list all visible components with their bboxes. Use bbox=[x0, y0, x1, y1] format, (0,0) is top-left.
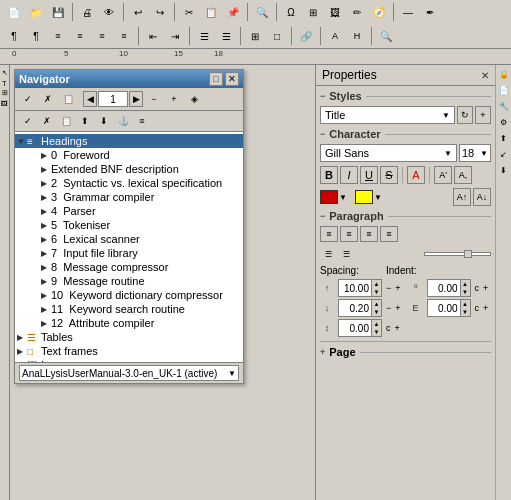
nav-item-7[interactable]: ▶ 7 Input file library bbox=[15, 246, 243, 260]
list-ordered-btn[interactable]: ☰ bbox=[338, 246, 354, 262]
font-color-arrow[interactable]: ▼ bbox=[339, 193, 347, 202]
nav-check-btn[interactable]: ✓ bbox=[19, 90, 37, 108]
text-tool[interactable]: T bbox=[1, 79, 9, 87]
align-left-btn[interactable]: ≡ bbox=[320, 226, 338, 242]
open-btn[interactable]: 📁 bbox=[26, 2, 46, 22]
insert-table-btn[interactable]: ⊞ bbox=[303, 2, 323, 22]
nav-item-9[interactable]: ▶ 9 Message routine bbox=[15, 274, 243, 288]
table-tb[interactable]: ⊞ bbox=[245, 26, 265, 46]
border-tb[interactable]: □ bbox=[267, 26, 287, 46]
indent-inc-tb[interactable]: ⇥ bbox=[165, 26, 185, 46]
spacing-below-inc[interactable]: ▲ bbox=[372, 300, 381, 308]
font-color-btn[interactable]: A bbox=[407, 166, 425, 184]
nav-plus-btn[interactable]: + bbox=[165, 90, 183, 108]
save-btn[interactable]: 💾 bbox=[48, 2, 68, 22]
nav-item-3[interactable]: ▶ 3 Grammar compiler bbox=[15, 190, 243, 204]
subscript-btn[interactable]: A, bbox=[454, 166, 472, 184]
align-right-tb[interactable]: ≡ bbox=[92, 26, 112, 46]
right-icon-up[interactable]: ⬆ bbox=[497, 131, 511, 145]
para-btn[interactable]: ¶ bbox=[26, 26, 46, 46]
nav-item-foreword[interactable]: ▶ 0 Foreword bbox=[15, 148, 243, 162]
link-tb[interactable]: 🔗 bbox=[296, 26, 316, 46]
nav-page-prev[interactable]: ◀ bbox=[83, 91, 97, 107]
nav-item-headings[interactable]: ▼ ≡ Headings bbox=[15, 134, 243, 148]
nav-item-6[interactable]: ▶ 6 Lexical scanner bbox=[15, 232, 243, 246]
undo-btn[interactable]: ↩ bbox=[128, 2, 148, 22]
align-center-btn[interactable]: ≡ bbox=[340, 226, 358, 242]
special-char-btn[interactable]: Ω bbox=[281, 2, 301, 22]
style-btn[interactable]: ¶ bbox=[4, 26, 24, 46]
nav-item-2[interactable]: ▶ 2 Syntactic vs. lexical specification bbox=[15, 176, 243, 190]
nav-minus-btn[interactable]: − bbox=[145, 90, 163, 108]
copy-btn[interactable]: 📋 bbox=[201, 2, 221, 22]
right-icon-tool[interactable]: 🔧 bbox=[497, 99, 511, 113]
strikethrough-btn[interactable]: S bbox=[380, 166, 398, 184]
bold-btn[interactable]: B bbox=[320, 166, 338, 184]
line-spacing-dec[interactable]: ▼ bbox=[372, 328, 381, 336]
indent-above-dec[interactable]: ▼ bbox=[461, 288, 470, 296]
right-icon-doc[interactable]: 📄 bbox=[497, 83, 511, 97]
select-tool[interactable]: ↖ bbox=[1, 69, 9, 77]
list-ordered-tb[interactable]: ☰ bbox=[216, 26, 236, 46]
nav-item-images[interactable]: ▶ 🖼 Images bbox=[15, 358, 243, 362]
indent-slider-track[interactable] bbox=[424, 252, 492, 256]
preview-btn[interactable]: 👁 bbox=[99, 2, 119, 22]
align-center-tb[interactable]: ≡ bbox=[70, 26, 90, 46]
right-icon-down[interactable]: ⬇ bbox=[497, 163, 511, 177]
font-dropdown[interactable]: Gill Sans ▼ bbox=[320, 144, 457, 162]
spacing-below-dec[interactable]: ▼ bbox=[372, 308, 381, 316]
indent-above-input[interactable] bbox=[428, 280, 460, 296]
nav-item-4[interactable]: ▶ 4 Parser bbox=[15, 204, 243, 218]
align-right-btn[interactable]: ≡ bbox=[360, 226, 378, 242]
indent-below-inc[interactable]: ▲ bbox=[461, 300, 470, 308]
right-icon-lock[interactable]: 🔒 bbox=[497, 67, 511, 81]
cut-btn[interactable]: ✂ bbox=[179, 2, 199, 22]
page-expand-icon[interactable]: + bbox=[320, 347, 325, 357]
paste-btn[interactable]: 📌 bbox=[223, 2, 243, 22]
indent-below-input[interactable] bbox=[428, 300, 460, 316]
underline-btn[interactable]: U bbox=[360, 166, 378, 184]
footer-doc-dropdown[interactable]: AnaLLysisUserManual-3.0-en_UK-1 (active)… bbox=[19, 365, 239, 381]
nav-heading-levels[interactable]: 📋 bbox=[57, 112, 75, 130]
align-left-tb[interactable]: ≡ bbox=[48, 26, 68, 46]
superscript-btn[interactable]: A' bbox=[434, 166, 452, 184]
nav-x-btn[interactable]: ✗ bbox=[39, 90, 57, 108]
pen-btn[interactable]: ✒ bbox=[420, 2, 440, 22]
style-new-btn[interactable]: ↻ bbox=[457, 106, 473, 124]
redo-btn[interactable]: ↪ bbox=[150, 2, 170, 22]
right-icon-corner[interactable]: ↙ bbox=[497, 147, 511, 161]
format-btn[interactable]: — bbox=[398, 2, 418, 22]
indent-dec-tb[interactable]: ⇤ bbox=[143, 26, 163, 46]
nav-item-textframes[interactable]: ▶ □ Text frames bbox=[15, 344, 243, 358]
nav-page-btn[interactable]: 📋 bbox=[59, 90, 77, 108]
indent-slider-thumb[interactable] bbox=[464, 250, 472, 258]
image-tool[interactable]: 🖼 bbox=[1, 99, 9, 107]
italic-btn[interactable]: I bbox=[340, 166, 358, 184]
style-update-btn[interactable]: + bbox=[475, 106, 491, 124]
highlight-tb[interactable]: H bbox=[347, 26, 367, 46]
print-btn[interactable]: 🖨 bbox=[77, 2, 97, 22]
align-justify-btn[interactable]: ≡ bbox=[380, 226, 398, 242]
spacing-above-dec[interactable]: ▼ bbox=[372, 288, 381, 296]
table-tool[interactable]: ⊞ bbox=[1, 89, 9, 97]
highlight-color-arrow[interactable]: ▼ bbox=[374, 193, 382, 202]
spacing-above-input[interactable] bbox=[339, 280, 371, 296]
nav-move-down[interactable]: ⬇ bbox=[95, 112, 113, 130]
navigator-resize-btn[interactable]: □ bbox=[209, 72, 223, 86]
font-color-picker[interactable]: ▼ bbox=[320, 190, 347, 204]
nav-collapse-all[interactable]: ✗ bbox=[38, 112, 56, 130]
spacing-below-input[interactable] bbox=[339, 300, 371, 316]
color-tb[interactable]: A bbox=[325, 26, 345, 46]
nav-toggle-all[interactable]: ✓ bbox=[19, 112, 37, 130]
align-justify-tb[interactable]: ≡ bbox=[114, 26, 134, 46]
font-size-dec-btn[interactable]: A↓ bbox=[473, 188, 491, 206]
find-btn[interactable]: 🔍 bbox=[252, 2, 272, 22]
new-btn[interactable]: 📄 bbox=[4, 2, 24, 22]
line-spacing-inc[interactable]: ▲ bbox=[372, 320, 381, 328]
nav-promote[interactable]: ⚓ bbox=[114, 112, 132, 130]
indent-below-dec[interactable]: ▼ bbox=[461, 308, 470, 316]
nav-demote[interactable]: ≡ bbox=[133, 112, 151, 130]
draw-btn[interactable]: ✏ bbox=[347, 2, 367, 22]
nav-item-tables[interactable]: ▶ ☰ Tables bbox=[15, 330, 243, 344]
indent-above-inc[interactable]: ▲ bbox=[461, 280, 470, 288]
